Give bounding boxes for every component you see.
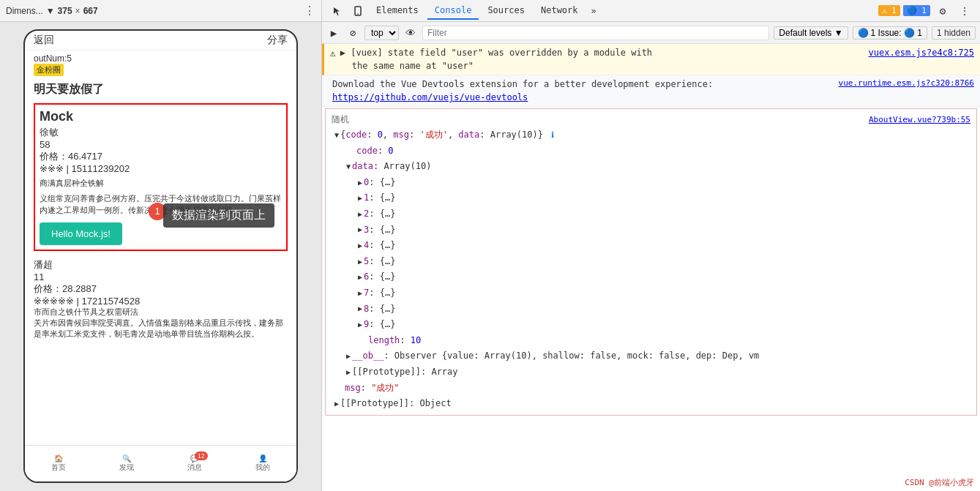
back-button[interactable]: 返回	[34, 34, 54, 47]
bottom-nav-messages[interactable]: 💬 消息 12	[187, 454, 202, 473]
tree-prototype-obj-row: [[Prototype]]: Object	[334, 396, 970, 412]
block-icon[interactable]: ⊘	[345, 26, 360, 40]
bottom-nav-profile[interactable]: 👤 我的	[255, 454, 270, 473]
devtools-url-link[interactable]: https://github.com/vuejs/vue-devtools	[332, 92, 528, 102]
tree-prototype-array-row: [[Prototype]]: Array	[346, 364, 970, 381]
left-panel: Dimens... ▼ 375 × 667 ⋮ 返回 分享 outNum:5 金…	[0, 0, 322, 491]
json-header-row: 随机 AboutView.vue?739b:55	[332, 112, 970, 127]
root-toggle[interactable]	[334, 129, 339, 142]
run-icon[interactable]: ▶	[326, 26, 341, 40]
tree-root-row: {code: 0, msg: '成功', data: Array(10)} ℹ	[334, 127, 970, 143]
tab-network[interactable]: Network	[534, 2, 586, 20]
context-selector[interactable]: top	[364, 26, 399, 40]
phone-nav: 返回 分享	[25, 31, 296, 50]
dimension-cross: ×	[75, 6, 81, 16]
person2-contact: ※※※※※ | 17211574528	[34, 296, 288, 307]
tree-code-row: code: 0	[346, 143, 970, 160]
issue-button[interactable]: 🔵 1 Issue: 🔵 1	[853, 26, 927, 40]
tree-item-0: 0: {…}	[358, 175, 970, 191]
width-value: 375	[58, 6, 72, 16]
eye-icon[interactable]: 👁	[403, 26, 418, 40]
height-value: 667	[83, 6, 98, 16]
console-output-wrapper: ⚠ ▶ [vuex] state field "user" was overri…	[322, 44, 980, 491]
hello-mock-button[interactable]: Hello Mock.js!	[40, 222, 122, 245]
home-icon: 🏠	[54, 454, 63, 462]
phone-content: outNum:5 金粉圈 明天要放假了 Mock 徐敏 58 价格：46.471…	[25, 50, 296, 445]
console-warning-vuex: ⚠ ▶ [vuex] state field "user" was overri…	[322, 44, 980, 75]
device-frame: 返回 分享 outNum:5 金粉圈 明天要放假了 Mock 徐敏 58 价格：…	[0, 22, 321, 491]
section-title: 明天要放假了	[25, 79, 296, 100]
item5-toggle[interactable]	[358, 255, 362, 269]
discover-icon: 🔍	[122, 454, 131, 462]
svg-point-1	[357, 13, 359, 15]
issue-icon: 🔵	[858, 28, 869, 38]
tab-sources[interactable]: Sources	[480, 2, 532, 20]
mock-contact: ※※※ | 15111239202	[40, 163, 282, 174]
bottom-nav-discover[interactable]: 🔍 发现	[119, 454, 134, 473]
item6-toggle[interactable]	[358, 271, 362, 284]
default-levels-button[interactable]: Default levels ▼	[774, 26, 848, 40]
cursor-icon[interactable]	[328, 1, 347, 20]
item3-toggle[interactable]	[358, 223, 362, 236]
devtools-info-text: Download the Vue Devtools extension for …	[332, 78, 833, 91]
person2-name: 潘超	[34, 258, 288, 271]
item8-toggle[interactable]	[358, 302, 362, 315]
data-toggle[interactable]	[346, 160, 351, 173]
warning-icon: ⚠	[330, 46, 336, 61]
tree-item-2: 2: {…}	[358, 206, 970, 222]
devtools-source-link[interactable]: vue.runtime.esm.js?c320:8766	[839, 78, 974, 90]
vuex-warning-text2: the same name at "user"	[340, 59, 974, 72]
tab-console[interactable]: Console	[427, 2, 479, 20]
item1-toggle[interactable]	[358, 192, 362, 205]
json-log-source[interactable]: AboutView.vue?739b:55	[869, 115, 970, 124]
tree-item-7: 7: {…}	[358, 285, 970, 301]
item2-toggle[interactable]	[358, 208, 362, 221]
item4-toggle[interactable]	[358, 239, 362, 252]
phone-mockup: 返回 分享 outNum:5 金粉圈 明天要放假了 Mock 徐敏 58 价格：…	[23, 29, 298, 483]
settings-icon[interactable]: ⚙	[933, 1, 952, 20]
json-tree: {code: 0, msg: '成功', data: Array(10)} ℹ …	[332, 127, 970, 412]
json-log-label: 随机	[332, 113, 349, 126]
tooltip-bubble: 数据渲染到页面上	[163, 203, 274, 228]
vuex-source-link[interactable]: vuex.esm.js?e4c8:725	[869, 46, 975, 59]
bottom-nav-home[interactable]: 🏠 首页	[51, 454, 66, 473]
second-person-section: 潘超 11 价格：28.2887 ※※※※※ | 17211574528 市而自…	[25, 254, 296, 344]
root-text: {code: 0, msg: '成功', data: Array(10)} ℹ	[340, 127, 554, 143]
devtools-tabs-bar: Elements Console Sources Network » ⚠ 1 🔵…	[322, 0, 980, 22]
more-devtools-icon[interactable]: ⋮	[955, 1, 974, 20]
item0-toggle[interactable]	[358, 176, 362, 190]
gold-tag: 金粉圈	[34, 64, 64, 76]
mock-title: Mock	[40, 109, 282, 124]
device-toggle-icon[interactable]	[348, 1, 367, 20]
item9-toggle[interactable]	[358, 318, 362, 331]
warning-badge: ⚠ 1	[878, 5, 900, 16]
tree-item-8: 8: {…}	[358, 301, 970, 318]
item7-toggle[interactable]	[358, 287, 362, 300]
filter-input[interactable]	[422, 26, 769, 40]
hidden-button[interactable]: 1 hidden	[932, 26, 976, 40]
mock-author: 徐敏	[40, 126, 282, 139]
ob-toggle[interactable]	[346, 350, 351, 363]
info-icon-inline[interactable]: ℹ	[551, 130, 554, 140]
share-button[interactable]: 分享	[267, 34, 288, 47]
proto-array-toggle[interactable]	[346, 366, 351, 379]
message-badge: 12	[195, 451, 208, 460]
devtools-right-icons: ⚠ 1 🔵 1 ⚙ ⋮	[878, 1, 974, 20]
tree-item-4: 4: {…}	[358, 238, 970, 254]
tree-root-children: code: 0 data: Array(10) 0: {…}	[334, 143, 970, 381]
tree-ob-row: __ob__: Observer {value: Array(10), shal…	[346, 348, 970, 364]
person2-age: 11	[34, 271, 288, 282]
tree-data-row: data: Array(10)	[346, 159, 970, 175]
more-tabs-icon[interactable]: »	[587, 3, 601, 19]
dropdown-arrow: ▼	[46, 6, 55, 16]
console-info-devtools: Download the Vue Devtools extension for …	[322, 75, 980, 107]
vuex-warning-text: ▶ [vuex] state field "user" was overridd…	[340, 46, 869, 59]
csdn-watermark: CSDN @前端小虎牙	[905, 477, 974, 488]
tree-item-1: 1: {…}	[358, 190, 970, 206]
more-options-icon[interactable]: ⋮	[304, 4, 315, 18]
device-toolbar: Dimens... ▼ 375 × 667 ⋮	[0, 0, 321, 22]
proto-obj-toggle[interactable]	[334, 397, 339, 411]
tree-item-3: 3: {…}	[358, 222, 970, 239]
tab-elements[interactable]: Elements	[369, 2, 426, 20]
length-text: length: 10	[368, 333, 421, 349]
